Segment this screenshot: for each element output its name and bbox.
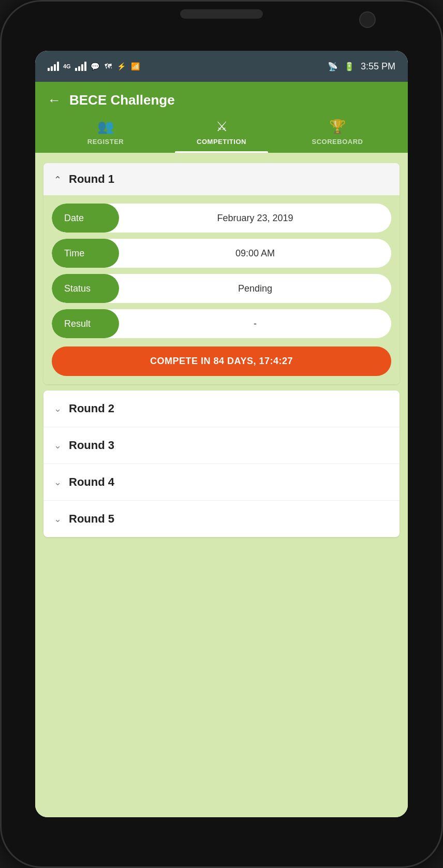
round-1-card: ⌄ Round 1 Date February 23, 2019 Time 09… xyxy=(43,163,400,384)
app-header: ← BECE Challenge 👥 REGISTER ⚔ COMPETITIO… xyxy=(35,82,408,153)
collapsed-rounds-list: ⌄ Round 2 ⌄ Round 3 ⌄ Round 4 ⌄ Round 5 xyxy=(43,390,400,537)
round-3-item[interactable]: ⌄ Round 3 xyxy=(43,427,400,464)
status-label: Status xyxy=(52,274,119,303)
tab-register[interactable]: 👥 REGISTER xyxy=(48,119,164,153)
result-label: Result xyxy=(52,309,119,338)
round-1-details: Date February 23, 2019 Time 09:00 AM Sta… xyxy=(43,195,400,384)
status-icons: 💬 🗺 ⚡ 📶 xyxy=(91,62,140,70)
time-value: 09:00 AM xyxy=(119,239,391,268)
round-1-header[interactable]: ⌄ Round 1 xyxy=(43,163,400,195)
status-time: 3:55 PM xyxy=(361,61,395,72)
chevron-down-icon-2: ⌄ xyxy=(54,403,62,414)
back-button[interactable]: ← xyxy=(48,92,61,108)
round-1-title: Round 1 xyxy=(69,172,114,186)
register-icon: 👥 xyxy=(97,119,114,135)
phone-shell: 4G 💬 🗺 ⚡ 📶 📡 🔋 3:55 PM ← xyxy=(0,0,443,868)
hotspot-icon: 📡 xyxy=(328,62,338,71)
tab-scoreboard[interactable]: 🏆 SCOREBOARD xyxy=(279,119,395,153)
chevron-down-icon-4: ⌄ xyxy=(54,476,62,488)
main-content: ⌄ Round 1 Date February 23, 2019 Time 09… xyxy=(35,153,408,817)
round-5-title: Round 5 xyxy=(69,512,114,526)
scoreboard-icon: 🏆 xyxy=(329,119,346,135)
map-icon: 🗺 xyxy=(105,62,112,70)
time-label: Time xyxy=(52,239,119,268)
compete-button[interactable]: COMPETE IN 84 DAYS, 17:4:27 xyxy=(52,346,391,376)
chevron-down-icon-5: ⌄ xyxy=(54,513,62,525)
round-4-item[interactable]: ⌄ Round 4 xyxy=(43,464,400,501)
screen: 4G 💬 🗺 ⚡ 📶 📡 🔋 3:55 PM ← xyxy=(35,51,408,817)
round-2-title: Round 2 xyxy=(69,402,114,415)
app-title: BECE Challenge xyxy=(69,92,175,108)
whatsapp-icon: 💬 xyxy=(91,62,99,70)
status-right: 📡 🔋 3:55 PM xyxy=(328,61,395,72)
result-row: Result - xyxy=(52,309,391,338)
tab-competition-label: COMPETITION xyxy=(197,138,246,146)
usb-icon: ⚡ xyxy=(117,62,126,70)
wifi-icon: 📶 xyxy=(131,62,140,70)
tab-scoreboard-label: SCOREBOARD xyxy=(312,138,363,146)
camera xyxy=(359,11,376,28)
chevron-down-icon-3: ⌄ xyxy=(54,440,62,451)
header-title-row: ← BECE Challenge xyxy=(48,92,395,108)
time-row: Time 09:00 AM xyxy=(52,239,391,268)
phone-notch xyxy=(0,0,443,19)
status-value: Pending xyxy=(119,274,391,303)
round-4-title: Round 4 xyxy=(69,475,114,489)
round-2-item[interactable]: ⌄ Round 2 xyxy=(43,390,400,427)
tab-bar: 👥 REGISTER ⚔ COMPETITION 🏆 SCOREBOARD xyxy=(48,119,395,153)
network-badge: 4G xyxy=(63,64,71,69)
signal-bars-1 xyxy=(48,62,59,71)
status-left: 4G 💬 🗺 ⚡ 📶 xyxy=(48,62,140,71)
round-5-item[interactable]: ⌄ Round 5 xyxy=(43,501,400,537)
status-row: Status Pending xyxy=(52,274,391,303)
signal-bars-2 xyxy=(75,62,86,71)
battery-icon: 🔋 xyxy=(344,62,355,71)
date-value: February 23, 2019 xyxy=(119,204,391,233)
competition-icon: ⚔ xyxy=(216,119,228,135)
round-3-title: Round 3 xyxy=(69,439,114,452)
tab-competition[interactable]: ⚔ COMPETITION xyxy=(164,119,279,153)
tab-register-label: REGISTER xyxy=(87,138,124,146)
date-row: Date February 23, 2019 xyxy=(52,204,391,233)
result-value: - xyxy=(119,309,391,338)
date-label: Date xyxy=(52,204,119,233)
chevron-up-icon: ⌄ xyxy=(54,173,62,185)
speaker xyxy=(180,9,263,19)
status-bar: 4G 💬 🗺 ⚡ 📶 📡 🔋 3:55 PM xyxy=(35,51,408,82)
